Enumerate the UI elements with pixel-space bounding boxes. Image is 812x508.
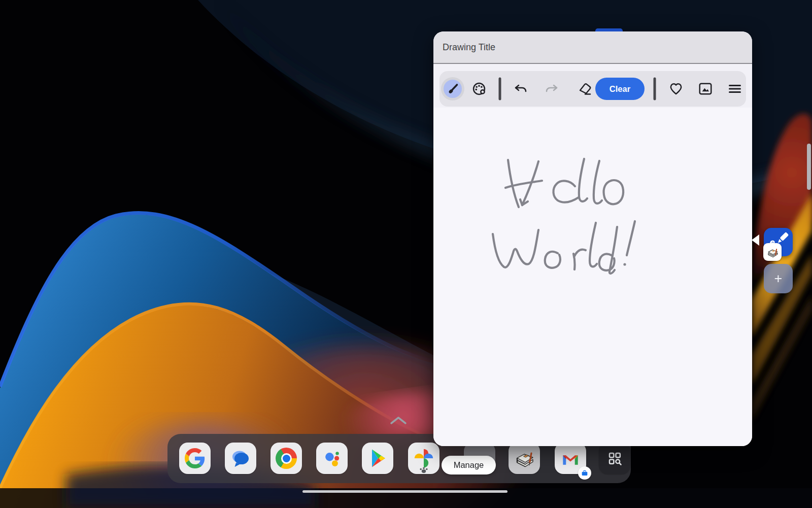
- redo-icon: [545, 81, 560, 96]
- add-bubble-button[interactable]: +: [764, 264, 793, 293]
- dock-app-assistant[interactable]: [316, 443, 348, 474]
- drawing-canvas[interactable]: [433, 108, 752, 446]
- drawing-toolbar: Clear: [439, 71, 746, 107]
- titlebar-divider: [433, 63, 752, 64]
- insert-image-button[interactable]: [698, 81, 713, 96]
- eraser-icon: [576, 81, 592, 97]
- dock-app-chrome[interactable]: [270, 443, 302, 474]
- clear-button[interactable]: Clear: [595, 78, 645, 100]
- notes-notebook-icon: [512, 446, 536, 470]
- image-icon: [698, 81, 713, 96]
- edge-scrollbar-thumb[interactable]: [807, 144, 811, 190]
- plus-icon: +: [774, 271, 783, 287]
- work-profile-badge: [578, 466, 591, 480]
- gmail-icon: [559, 447, 582, 469]
- clear-button-label: Clear: [610, 84, 630, 94]
- brush-icon: [445, 81, 460, 96]
- heart-icon: [668, 81, 684, 96]
- favorite-button[interactable]: [668, 81, 684, 96]
- drawing-app-window: Drawing Title: [433, 31, 752, 446]
- undo-button[interactable]: [513, 81, 528, 96]
- messages-icon: [229, 447, 252, 469]
- manage-tooltip[interactable]: Manage: [442, 456, 496, 475]
- bubble-pointer-arrow: [752, 234, 759, 246]
- toolbar-divider-2: [654, 78, 656, 100]
- manage-tooltip-label: Manage: [454, 460, 484, 470]
- brush-tool-button[interactable]: [441, 77, 464, 100]
- dock-app-notes[interactable]: [509, 443, 540, 474]
- dock-app-play-store[interactable]: [362, 443, 393, 474]
- assistant-icon: [321, 447, 343, 469]
- menu-button[interactable]: [728, 82, 742, 96]
- eraser-button[interactable]: [576, 81, 592, 97]
- chrome-icon: [276, 448, 297, 469]
- toolbar-divider-1: [499, 78, 501, 100]
- dock-app-photos[interactable]: [408, 443, 439, 474]
- undo-icon: [513, 81, 528, 96]
- window-title: Drawing Title: [443, 42, 495, 53]
- dock-expand-chevron-icon[interactable]: [390, 416, 407, 425]
- paw-badge-icon: [418, 466, 429, 473]
- palette-tool-button[interactable]: [471, 81, 487, 96]
- dock-app-gmail[interactable]: [555, 443, 586, 474]
- redo-button[interactable]: [545, 81, 560, 96]
- bubble-app-badge: [763, 243, 782, 261]
- dock-app-drawer[interactable]: [599, 443, 630, 474]
- briefcase-icon: [581, 469, 589, 477]
- hamburger-menu-icon: [728, 82, 742, 96]
- window-titlebar[interactable]: Drawing Title: [433, 31, 752, 63]
- notes-notebook-mini-icon: [765, 245, 780, 259]
- play-store-icon: [366, 447, 389, 469]
- palette-icon: [471, 81, 487, 96]
- dock-app-google[interactable]: [179, 443, 211, 474]
- app-drawer-search-icon: [604, 448, 625, 468]
- google-icon: [185, 448, 205, 468]
- dock-app-messages[interactable]: [225, 443, 256, 474]
- gesture-navigation-bar[interactable]: [302, 490, 507, 493]
